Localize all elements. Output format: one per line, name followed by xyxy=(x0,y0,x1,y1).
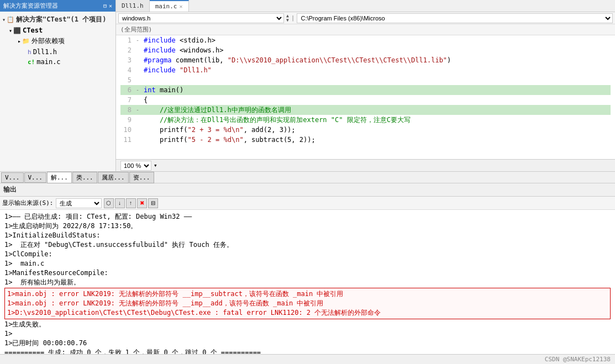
code-line-8: 8 - //这里没法通过Dll1.h中声明的函数名调用 xyxy=(120,105,611,115)
tab-mainc-close[interactable]: ✕ xyxy=(180,3,183,9)
editor-bottom-bar: 100 % ▾ xyxy=(116,159,615,171)
output-action-icons: ⬡ ↓ ↑ ✖ ⊟ xyxy=(104,198,158,208)
view-tab-v2[interactable]: V... xyxy=(24,172,47,183)
zoom-select[interactable]: 100 % xyxy=(120,161,151,171)
line-num-9: 9 xyxy=(120,115,136,125)
output-line-3: 1>InitializeBuildStatus: xyxy=(4,231,611,240)
line-code-6: int main() xyxy=(144,85,183,95)
source-select[interactable]: 生成 调试 IntelliSense xyxy=(56,198,102,208)
editor-toolbar: windows.h ▲ ▼ | C:\Program Files (x86)\M… xyxy=(116,12,615,24)
line-code-3: #pragma comment(lib, "D:\\vs2010_applica… xyxy=(144,55,451,65)
output-icon-3[interactable]: ↑ xyxy=(126,198,136,208)
code-line-9: 9 //解决方法：在Dll1号出函数的声明和实现前加extern "C" 限定符… xyxy=(120,115,611,125)
scope-label: (全局范围) xyxy=(120,25,152,34)
output-panel: 输出 显示输出来源(S): 生成 调试 IntelliSense ⬡ ↓ ↑ ✖… xyxy=(0,183,615,360)
line-marker-6: - xyxy=(136,85,144,95)
code-line-6: 6 - int main() xyxy=(120,85,611,95)
output-line-14: 1> xyxy=(4,329,611,339)
solution-explorer-header: 解决方案资源管理器 ⊟ ✕ xyxy=(0,0,115,12)
line-code-8: //这里没法通过Dll1.h中声明的函数名调用 xyxy=(144,105,291,115)
vtab-v3-label: 解... xyxy=(51,174,68,181)
view-tab-v3[interactable]: 解... xyxy=(47,172,72,183)
line-code-5 xyxy=(144,75,148,85)
view-tab-v5[interactable]: 属居... xyxy=(98,172,129,183)
line-code-9: //解决方法：在Dll1号出函数的声明和实现前加extern "C" 限定符，注… xyxy=(144,115,411,125)
output-icon-1[interactable]: ⬡ xyxy=(104,198,114,208)
tab-dll1h[interactable]: Dll1.h xyxy=(116,0,150,12)
pin-icon[interactable]: ⊟ xyxy=(103,3,107,9)
tree-item-mainc[interactable]: c! main.c xyxy=(0,57,115,67)
line-num-7: 7 xyxy=(120,95,136,105)
status-right: CSDN @SNAKEpc12138 xyxy=(545,356,611,363)
line-code-2: #include <windows.h> xyxy=(144,45,224,55)
line-num-5: 5 xyxy=(120,75,136,85)
close-header-icon[interactable]: ✕ xyxy=(109,3,112,9)
folder-icon-deps: 📁 xyxy=(22,38,30,45)
line-num-8: 8 xyxy=(120,105,136,115)
tab-mainc-label: main.c xyxy=(155,3,177,10)
output-icon-dock[interactable]: ⊟ xyxy=(148,198,158,208)
line-num-3: 3 xyxy=(120,55,136,65)
tab-dll1h-label: Dll1.h xyxy=(122,2,144,9)
mainc-label: main.c xyxy=(36,58,60,66)
tree-item-solution[interactable]: ▾ 📋 解决方案"CTest"(1 个项目) xyxy=(0,14,115,25)
vtab-v1-label: V... xyxy=(5,174,20,181)
output-line-11: 1>D:\vs2010_application\CTest\CTest\Debu… xyxy=(7,308,608,318)
output-line-7: 1>ManifestResourceCompile: xyxy=(4,268,611,278)
top-area: 解决方案资源管理器 ⊟ ✕ ▾ 📋 解决方案"CTest"(1 个项目) ▾ ⬛… xyxy=(0,0,615,171)
zoom-arrow[interactable]: ▾ xyxy=(154,162,157,169)
tree-item-ctest[interactable]: ▾ ⬛ CTest xyxy=(0,25,115,35)
dll1h-label: Dll1.h xyxy=(33,48,57,56)
tree-item-dll1h[interactable]: h Dll1.h xyxy=(0,47,115,57)
code-line-10: 10 printf("2 + 3 = %d\n", add(2, 3)); xyxy=(120,125,611,135)
line-marker-8: - xyxy=(136,105,144,115)
code-lines: 1 - #include <stdio.h> 2 #include <windo… xyxy=(116,35,615,159)
line-num-6: 6 xyxy=(120,85,136,95)
output-line-4: 1> 正在对 "Debug\CTest.unsuccessfulbuild" 执… xyxy=(4,240,611,250)
editor-panel: Dll1.h main.c ✕ windows.h ▲ ▼ | C:\Pro xyxy=(116,0,615,171)
down-arrow-icon[interactable]: ▼ xyxy=(286,18,289,23)
vtab-v4-label: 类... xyxy=(76,174,93,181)
line-num-11: 11 xyxy=(120,135,136,145)
output-icon-2[interactable]: ↓ xyxy=(115,198,125,208)
editor-tab-bar: Dll1.h main.c ✕ xyxy=(116,0,615,12)
solution-explorer-panel: 解决方案资源管理器 ⊟ ✕ ▾ 📋 解决方案"CTest"(1 个项目) ▾ ⬛… xyxy=(0,0,116,171)
output-line-2: 1>生成启动时间为 2022/8/8 17:13:50。 xyxy=(4,221,611,231)
vtab-v6-label: 资... xyxy=(133,174,150,181)
code-line-4: 4 #include "Dll1.h" xyxy=(120,65,611,75)
solution-explorer-title: 解决方案资源管理器 xyxy=(3,2,58,10)
output-line-8: 1> 所有输出均为最新。 xyxy=(4,278,611,287)
expand-arrow-ctest: ▾ xyxy=(9,28,12,34)
status-bar: CSDN @SNAKEpc12138 xyxy=(0,354,615,364)
solution-tree: ▾ 📋 解决方案"CTest"(1 个项目) ▾ ⬛ CTest ▸ 📁 外部依… xyxy=(0,12,115,171)
output-line-1: 1>—— 已启动生成: 项目: CTest, 配置: Debug Win32 —… xyxy=(4,212,611,221)
project-icon: ⬛ xyxy=(13,27,21,34)
separator: | xyxy=(291,14,295,22)
line-code-4: #include "Dll1.h" xyxy=(144,65,212,75)
bottom-section: 输出 显示输出来源(S): 生成 调试 IntelliSense ⬡ ↓ ↑ ✖… xyxy=(0,183,615,354)
error-box: 1>main.obj : error LNK2019: 无法解析的外部符号 __… xyxy=(4,288,611,319)
file-nav-arrows: ▲ ▼ xyxy=(286,14,289,23)
view-tab-v4[interactable]: 类... xyxy=(72,172,97,183)
tab-mainc[interactable]: main.c ✕ xyxy=(150,0,189,12)
view-tab-v1[interactable]: V... xyxy=(1,172,24,183)
line-code-11: printf("5 - 2 = %d\n", subtract(5, 2)); xyxy=(144,135,316,145)
line-num-4: 4 xyxy=(120,65,136,75)
code-editor[interactable]: 1 - #include <stdio.h> 2 #include <windo… xyxy=(116,35,615,159)
code-line-3: 3 #pragma comment(lib, "D:\\vs2010_appli… xyxy=(120,55,611,65)
view-tab-v6[interactable]: 资... xyxy=(129,172,154,183)
code-line-7: 7 { xyxy=(120,95,611,105)
scope-dropdown[interactable]: C:\Program Files (x86)\Microso xyxy=(297,13,613,23)
file-dropdown[interactable]: windows.h xyxy=(118,13,284,23)
output-line-10: 1>main.obj : error LNK2019: 无法解析的外部符号 __… xyxy=(7,299,608,308)
solution-label: 解决方案"CTest"(1 个项目) xyxy=(16,15,106,24)
tree-item-deps[interactable]: ▸ 📁 外部依赖项 xyxy=(0,35,115,47)
output-icon-stop[interactable]: ✖ xyxy=(137,198,147,208)
source-file-icon: c! xyxy=(28,59,35,66)
code-line-5: 5 xyxy=(120,75,611,85)
expand-arrow-solution: ▾ xyxy=(2,17,6,23)
line-code-1: #include <stdio.h> xyxy=(144,35,215,45)
deps-label: 外部依赖项 xyxy=(31,36,65,46)
line-code-10: printf("2 + 3 = %d\n", add(2, 3)); xyxy=(144,125,296,135)
output-title: 输出 xyxy=(3,186,17,193)
